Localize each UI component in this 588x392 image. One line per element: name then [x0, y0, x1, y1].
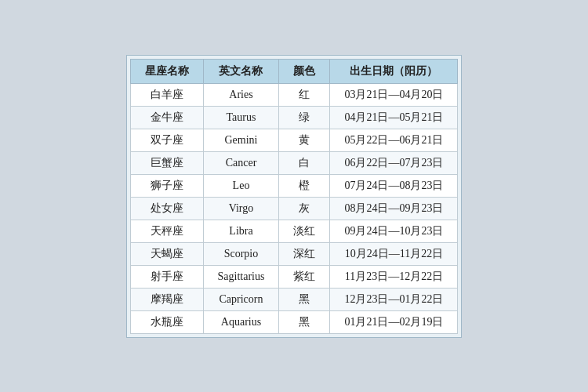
cell-chinese-name: 天秤座: [130, 220, 203, 242]
cell-english-name: Capricorn: [203, 288, 279, 310]
cell-color: 红: [279, 83, 330, 106]
cell-color: 紫红: [279, 265, 330, 288]
cell-color: 黄: [279, 129, 330, 151]
cell-chinese-name: 摩羯座: [130, 288, 203, 310]
cell-english-name: Aries: [203, 83, 279, 106]
table-row: 金牛座Taurus绿04月21日—05月21日: [130, 106, 458, 129]
header-color: 颜色: [279, 59, 330, 83]
zodiac-table: 星座名称 英文名称 颜色 出生日期（阳历） 白羊座Aries红03月21日—04…: [130, 59, 459, 334]
cell-chinese-name: 金牛座: [130, 106, 203, 129]
table-row: 狮子座Leo橙07月24日—08月23日: [130, 174, 458, 197]
table-body: 白羊座Aries红03月21日—04月20日金牛座Taurus绿04月21日—0…: [130, 83, 458, 333]
cell-dates: 10月24日—11月22日: [330, 242, 458, 265]
cell-color: 深红: [279, 242, 330, 265]
cell-chinese-name: 巨蟹座: [130, 151, 203, 174]
cell-chinese-name: 射手座: [130, 265, 203, 288]
cell-chinese-name: 双子座: [130, 129, 203, 151]
cell-dates: 01月21日—02月19日: [330, 310, 458, 333]
cell-english-name: Taurus: [203, 106, 279, 129]
cell-color: 灰: [279, 197, 330, 220]
header-dates: 出生日期（阳历）: [330, 59, 458, 83]
cell-english-name: Virgo: [203, 197, 279, 220]
cell-english-name: Aquarius: [203, 310, 279, 333]
table-row: 天秤座Libra淡红09月24日—10月23日: [130, 220, 458, 242]
cell-dates: 05月22日—06月21日: [330, 129, 458, 151]
cell-color: 淡红: [279, 220, 330, 242]
cell-english-name: Libra: [203, 220, 279, 242]
main-container: 星座名称 英文名称 颜色 出生日期（阳历） 白羊座Aries红03月21日—04…: [126, 55, 463, 338]
cell-color: 黑: [279, 310, 330, 333]
table-header-row: 星座名称 英文名称 颜色 出生日期（阳历）: [130, 59, 458, 83]
table-row: 水瓶座Aquarius黑01月21日—02月19日: [130, 310, 458, 333]
cell-chinese-name: 处女座: [130, 197, 203, 220]
table-row: 射手座Sagittarius紫红11月23日—12月22日: [130, 265, 458, 288]
cell-chinese-name: 天蝎座: [130, 242, 203, 265]
cell-color: 白: [279, 151, 330, 174]
cell-dates: 03月21日—04月20日: [330, 83, 458, 106]
cell-chinese-name: 白羊座: [130, 83, 203, 106]
cell-english-name: Cancer: [203, 151, 279, 174]
table-row: 摩羯座Capricorn黑12月23日—01月22日: [130, 288, 458, 310]
cell-dates: 04月21日—05月21日: [330, 106, 458, 129]
cell-dates: 11月23日—12月22日: [330, 265, 458, 288]
cell-chinese-name: 水瓶座: [130, 310, 203, 333]
cell-dates: 08月24日—09月23日: [330, 197, 458, 220]
table-row: 天蝎座Scorpio深红10月24日—11月22日: [130, 242, 458, 265]
cell-color: 黑: [279, 288, 330, 310]
header-chinese-name: 星座名称: [130, 59, 203, 83]
cell-dates: 09月24日—10月23日: [330, 220, 458, 242]
table-row: 白羊座Aries红03月21日—04月20日: [130, 83, 458, 106]
cell-dates: 07月24日—08月23日: [330, 174, 458, 197]
cell-color: 绿: [279, 106, 330, 129]
cell-english-name: Scorpio: [203, 242, 279, 265]
cell-dates: 06月22日—07月23日: [330, 151, 458, 174]
cell-english-name: Gemini: [203, 129, 279, 151]
table-row: 双子座Gemini黄05月22日—06月21日: [130, 129, 458, 151]
cell-english-name: Sagittarius: [203, 265, 279, 288]
cell-chinese-name: 狮子座: [130, 174, 203, 197]
table-row: 处女座Virgo灰08月24日—09月23日: [130, 197, 458, 220]
cell-english-name: Leo: [203, 174, 279, 197]
cell-color: 橙: [279, 174, 330, 197]
table-row: 巨蟹座Cancer白06月22日—07月23日: [130, 151, 458, 174]
cell-dates: 12月23日—01月22日: [330, 288, 458, 310]
header-english-name: 英文名称: [203, 59, 279, 83]
